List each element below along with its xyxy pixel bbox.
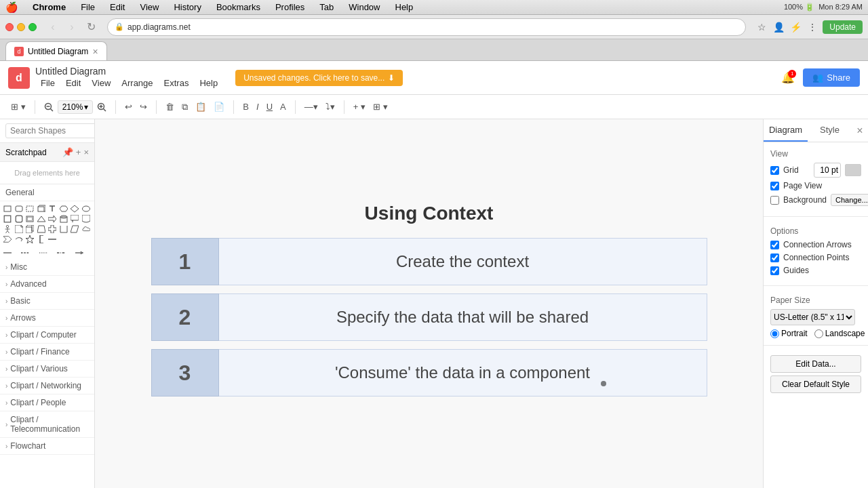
shape-note[interactable] (14, 224, 24, 234)
app-help-menu[interactable]: Help (194, 77, 223, 89)
line-dash-dot[interactable] (56, 248, 66, 258)
sidebar-item-flowchart[interactable]: › Flowchart (0, 438, 94, 455)
shape-trapezoid[interactable] (37, 224, 46, 234)
shape-star[interactable] (25, 235, 35, 244)
redo-button[interactable]: ↪ (136, 98, 151, 116)
file-menu[interactable]: File (77, 1, 98, 13)
scratchpad-close-icon[interactable]: × (83, 147, 89, 157)
grid-checkbox[interactable] (770, 166, 779, 175)
shape-square[interactable] (3, 214, 12, 224)
app-name-menu[interactable]: Chrome (29, 1, 69, 13)
tab-diagram[interactable]: Diagram (764, 119, 808, 142)
sidebar-item-clipart-telecom[interactable]: › Clipart / Telecommunication (0, 411, 94, 438)
page-view-checkbox[interactable] (770, 182, 779, 190)
window-menu[interactable]: Window (345, 1, 383, 13)
scratchpad-header[interactable]: Scratchpad 📌 + × (0, 143, 94, 162)
copy-button[interactable]: 📋 (192, 98, 210, 116)
app-edit-menu[interactable]: Edit (60, 77, 86, 89)
unsaved-changes-button[interactable]: Unsaved changes. Click here to save... ⬇ (235, 70, 403, 86)
shape-cloud[interactable] (81, 224, 91, 234)
grid-color-swatch[interactable] (845, 164, 861, 176)
shape-cross[interactable] (47, 224, 57, 234)
shape-text[interactable] (47, 204, 57, 214)
change-background-button[interactable]: Change... (831, 194, 868, 206)
shape-dashed-rect[interactable] (25, 204, 35, 214)
paper-size-select[interactable]: US-Letter (8.5" x 11") A4 A3 Custom (770, 309, 855, 325)
shape-cylinder[interactable] (59, 214, 68, 224)
panel-close-button[interactable]: × (852, 119, 868, 142)
reload-button[interactable]: ↻ (83, 19, 99, 35)
back-button[interactable]: ‹ (45, 19, 61, 35)
maximize-window-button[interactable] (28, 23, 37, 31)
app-view-menu[interactable]: View (86, 77, 116, 89)
line-dotted[interactable] (39, 248, 48, 258)
shape-step[interactable] (3, 235, 12, 244)
profile-icon[interactable]: 👤 (771, 20, 786, 35)
zoom-level[interactable]: 210% ▾ (58, 100, 94, 114)
shape-diamond[interactable] (70, 204, 79, 214)
tab-style[interactable]: Style (808, 119, 852, 142)
shape-hexagon[interactable] (59, 204, 68, 214)
sidebar-item-general[interactable]: General (0, 184, 94, 201)
shape-rect-3d[interactable] (37, 204, 46, 214)
waypoint-button[interactable]: ⤵▾ (322, 98, 338, 116)
shape-parallelogram[interactable] (70, 224, 79, 234)
apple-logo-icon[interactable]: 🍎 (5, 1, 18, 14)
sidebar-item-clipart-finance[interactable]: › Clipart / Finance (0, 344, 94, 361)
shape-right-arrow[interactable] (47, 214, 57, 224)
italic-button[interactable]: I (253, 98, 262, 116)
shape-ellipse[interactable] (81, 204, 91, 214)
app-extras-menu[interactable]: Extras (159, 77, 195, 89)
sidebar-item-arrows[interactable]: › Arrows (0, 310, 94, 327)
shape-document[interactable] (81, 214, 91, 224)
paste-button[interactable]: 📄 (210, 98, 228, 116)
background-checkbox[interactable] (770, 196, 779, 205)
shape-double-rect[interactable] (25, 214, 35, 224)
format-button[interactable]: ⊞ ▾ (7, 98, 29, 116)
clear-default-style-button[interactable]: Clear Default Style (770, 375, 861, 393)
delete-button[interactable]: 🗑 (162, 98, 178, 116)
tab-menu[interactable]: Tab (316, 1, 337, 13)
shape-actor[interactable] (3, 224, 12, 234)
shape-curved-arrow[interactable] (14, 235, 24, 244)
minimize-window-button[interactable] (17, 23, 25, 31)
sidebar-item-clipart-various[interactable]: › Clipart / Various (0, 361, 94, 378)
browser-menu-icon[interactable]: ⋮ (805, 20, 820, 35)
landscape-radio[interactable] (814, 329, 823, 338)
guides-checkbox[interactable] (770, 266, 779, 275)
bookmarks-menu[interactable]: Bookmarks (213, 1, 264, 13)
connection-points-checkbox[interactable] (770, 253, 779, 262)
tab-close-button[interactable]: × (92, 46, 98, 57)
portrait-label[interactable]: Portrait (770, 329, 808, 338)
sidebar-item-advanced[interactable]: › Advanced (0, 276, 94, 293)
shape-rounded-rect[interactable] (14, 204, 24, 214)
view-menu[interactable]: View (136, 1, 162, 13)
underline-button[interactable]: U (263, 98, 276, 116)
shape-callout[interactable] (70, 214, 79, 224)
bookmark-icon[interactable]: ☆ (754, 20, 769, 35)
shape-partial-rect[interactable] (59, 224, 68, 234)
connection-arrows-checkbox[interactable] (770, 241, 779, 249)
sidebar-item-misc[interactable]: › Misc (0, 259, 94, 276)
duplicate-button[interactable]: ⧉ (178, 98, 191, 116)
update-button[interactable]: Update (823, 20, 863, 34)
edit-data-button[interactable]: Edit Data... (770, 355, 861, 373)
line-dashed[interactable] (20, 248, 30, 258)
edit-menu[interactable]: Edit (106, 1, 128, 13)
shape-cube[interactable] (25, 224, 35, 234)
scratchpad-add-icon[interactable]: + (76, 147, 81, 157)
line-solid[interactable] (3, 248, 12, 258)
notification-button[interactable]: 🔔 1 (778, 68, 797, 87)
shape-rectangle[interactable] (3, 204, 12, 214)
address-bar[interactable]: 🔒 app.diagrams.net (107, 18, 746, 36)
undo-button[interactable]: ↩ (121, 98, 136, 116)
browser-tab[interactable]: d Untitled Diagram × (5, 41, 107, 60)
share-button[interactable]: 👥 Share (803, 68, 860, 87)
shape-triangle[interactable] (37, 214, 46, 224)
app-file-menu[interactable]: File (35, 77, 60, 89)
insert-button[interactable]: + ▾ (350, 98, 369, 116)
zoom-out-button[interactable] (41, 98, 57, 116)
canvas-area[interactable]: Using Context 1 Create the context 2 Spe… (95, 119, 763, 488)
history-menu[interactable]: History (170, 1, 204, 13)
sidebar-item-clipart-networking[interactable]: › Clipart / Networking (0, 378, 94, 394)
